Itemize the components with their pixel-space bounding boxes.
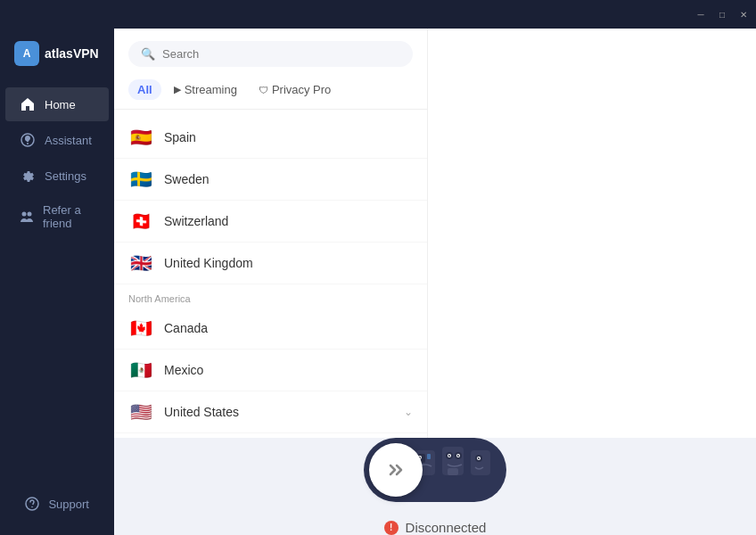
svg-rect-21 — [448, 468, 458, 475]
country-name: Switzerland — [164, 214, 413, 228]
sidebar-item-settings[interactable]: Settings — [5, 159, 109, 193]
svg-point-4 — [26, 498, 38, 510]
list-item[interactable]: 🇸🇪 Sweden — [114, 159, 427, 201]
country-name: Sweden — [164, 172, 413, 186]
logo-text: atlasVPN — [45, 46, 99, 61]
right-panel: Disconnected — [114, 438, 756, 535]
svg-rect-11 — [427, 454, 431, 459]
tab-streaming[interactable]: ▶ Streaming — [165, 79, 246, 100]
streaming-icon: ▶ — [174, 84, 181, 95]
filter-tabs: All ▶ Streaming 🛡 Privacy Pro — [114, 76, 427, 110]
vpn-status-label: Disconnected — [406, 520, 487, 535]
tab-all[interactable]: All — [128, 79, 161, 100]
country-name: Mexico — [164, 363, 413, 377]
list-item[interactable]: 🇬🇧 United Kingdom — [114, 243, 427, 284]
country-list-panel: 🔍 All ▶ Streaming 🛡 Privacy Pro 🇪🇸 Spain — [114, 29, 428, 438]
svg-point-10 — [420, 457, 421, 457]
assistant-icon — [20, 132, 36, 148]
list-item[interactable]: 🇺🇸 United States ⌄ — [114, 391, 427, 433]
search-bar: 🔍 — [114, 29, 427, 76]
tab-all-label: All — [137, 83, 152, 96]
vpn-toggle-knob — [369, 443, 423, 497]
tab-privacy-pro-label: Privacy Pro — [272, 83, 331, 96]
country-flag: 🇸🇪 — [128, 167, 153, 192]
settings-icon — [20, 168, 36, 184]
svg-point-5 — [31, 506, 33, 508]
tab-privacy-pro[interactable]: 🛡 Privacy Pro — [250, 79, 340, 100]
home-icon — [20, 96, 36, 112]
list-item[interactable]: 🇲🇽 Mexico — [114, 350, 427, 391]
refer-icon — [20, 209, 34, 225]
country-name: Canada — [164, 321, 413, 335]
close-button[interactable]: ✕ — [738, 9, 749, 20]
search-icon: 🔍 — [141, 47, 155, 61]
svg-point-3 — [28, 212, 32, 217]
country-flag: 🇲🇽 — [128, 358, 153, 383]
sidebar-item-label: Assistant — [45, 134, 92, 147]
logo-icon: A — [14, 41, 39, 66]
svg-point-2 — [22, 212, 27, 217]
sidebar-item-home[interactable]: Home — [5, 87, 109, 121]
sidebar-item-label: Settings — [45, 169, 86, 183]
expand-icon: ⌄ — [404, 406, 413, 418]
minimize-button[interactable]: ─ — [695, 9, 706, 20]
vpn-toggle-button[interactable] — [364, 438, 506, 502]
list-item[interactable]: 🇨🇦 Canada — [114, 308, 427, 350]
sidebar-item-label: Refer a friend — [43, 203, 94, 230]
countries-list: 🇪🇸 Spain 🇸🇪 Sweden 🇨🇭 Switzerland 🇬🇧 Uni… — [114, 110, 427, 438]
window-controls: ─ □ ✕ — [695, 9, 749, 20]
svg-point-26 — [479, 457, 480, 458]
svg-rect-1 — [27, 143, 29, 144]
country-flag: 🇨🇦 — [128, 316, 153, 341]
search-input[interactable] — [162, 47, 400, 61]
main-content: 🔍 All ▶ Streaming 🛡 Privacy Pro 🇪🇸 Spain — [114, 29, 756, 535]
svg-point-16 — [449, 455, 450, 456]
sidebar-bottom: Support — [0, 478, 114, 535]
sidebar-item-assistant[interactable]: Assistant — [5, 123, 109, 157]
svg-rect-22 — [471, 450, 490, 475]
country-name: United States — [164, 405, 393, 419]
sidebar: A atlasVPN Home Assistant Settings Ref — [0, 0, 114, 535]
vpn-status: Disconnected — [384, 520, 487, 535]
privacy-pro-icon: 🛡 — [259, 85, 268, 95]
sidebar-item-support[interactable]: Support — [11, 487, 103, 521]
country-flag: 🇺🇸 — [128, 399, 153, 424]
list-item[interactable]: 🇪🇸 Spain — [114, 117, 427, 159]
titlebar: ─ □ ✕ — [0, 0, 756, 29]
vpn-toggle-wrap: Disconnected — [364, 438, 506, 535]
search-input-wrap[interactable]: 🔍 — [128, 41, 413, 67]
country-flag: 🇬🇧 — [128, 251, 153, 276]
tab-streaming-label: Streaming — [185, 83, 237, 96]
sidebar-item-refer[interactable]: Refer a friend — [5, 194, 109, 239]
country-flag: 🇪🇸 — [128, 125, 153, 150]
logo: A atlasVPN — [0, 29, 114, 84]
list-item[interactable]: 🇨🇭 Switzerland — [114, 201, 427, 243]
support-label: Support — [48, 498, 89, 511]
maximize-button[interactable]: □ — [717, 9, 727, 20]
country-flag: 🇨🇭 — [128, 209, 153, 234]
status-dot-icon — [384, 521, 399, 535]
support-icon — [25, 496, 39, 512]
chevrons-right-icon — [385, 459, 407, 481]
country-name: United Kingdom — [164, 256, 413, 270]
region-label: North America — [114, 284, 427, 308]
svg-point-20 — [458, 455, 459, 456]
country-name: Spain — [164, 130, 413, 144]
sidebar-nav: Home Assistant Settings Refer a friend — [0, 84, 114, 478]
sidebar-item-label: Home — [45, 98, 76, 111]
